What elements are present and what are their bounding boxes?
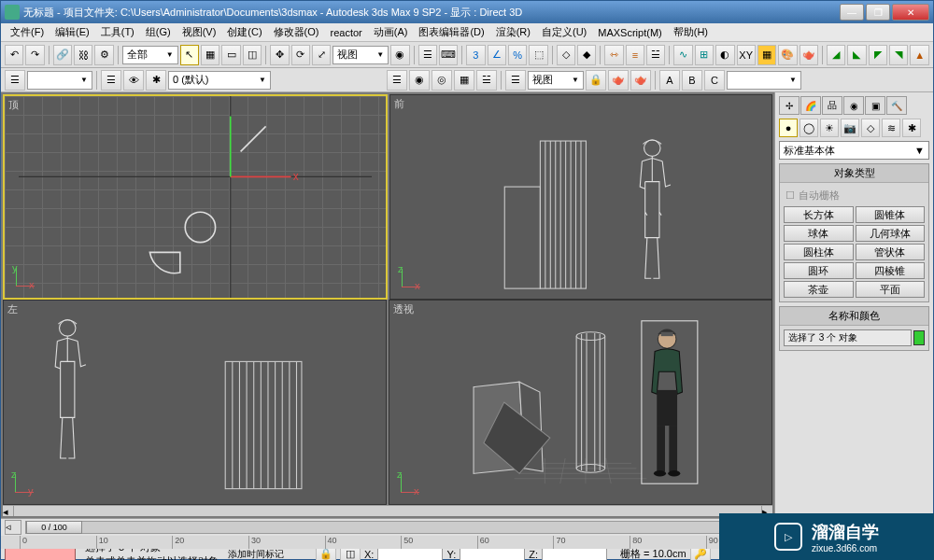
lights-icon[interactable]: ☀: [820, 119, 839, 137]
layer-manager-icon[interactable]: ☰: [5, 70, 25, 91]
preset-a-icon[interactable]: A: [659, 70, 680, 91]
cone-button[interactable]: 圆锥体: [856, 206, 926, 223]
menu-view[interactable]: 视图(V): [177, 23, 222, 41]
move-icon[interactable]: ✥: [270, 45, 289, 65]
preset-c-icon[interactable]: C: [704, 70, 725, 91]
ref-coord-system[interactable]: 视图▼: [333, 46, 389, 64]
tab-create-icon[interactable]: ✢: [779, 96, 800, 115]
layers-icon[interactable]: ☱: [646, 45, 665, 65]
viewport-left[interactable]: 左: [3, 300, 387, 505]
rect-region-icon[interactable]: ▭: [221, 45, 240, 65]
sel-lock-icon[interactable]: ◉: [409, 70, 430, 91]
named-sel-icon[interactable]: ◇: [557, 45, 575, 65]
minimize-button[interactable]: —: [840, 4, 864, 21]
lock-view-icon[interactable]: 🔒: [586, 70, 606, 91]
angle-snap-icon[interactable]: ∠: [488, 45, 506, 65]
freeze-icon[interactable]: ✱: [146, 70, 166, 91]
sel-float-icon[interactable]: ◎: [432, 70, 452, 91]
redo-icon[interactable]: ↷: [25, 45, 44, 65]
current-layer[interactable]: 0 (默认)▼: [168, 71, 271, 90]
render-dropdown-icon[interactable]: ☰: [505, 70, 526, 91]
tab-utilities-icon[interactable]: 🔨: [886, 96, 907, 115]
autogrid-checkbox[interactable]: ☐自动栅格: [784, 187, 925, 204]
menu-help[interactable]: 帮助(H): [668, 23, 714, 41]
curve-editor-icon[interactable]: ∿: [673, 45, 692, 65]
geometry-icon[interactable]: ●: [779, 119, 798, 137]
menu-customize[interactable]: 自定义(U): [536, 23, 592, 41]
menu-graph-editors[interactable]: 图表编辑器(D): [413, 23, 489, 41]
selection-filter[interactable]: 全部▼: [122, 46, 178, 64]
schematic-icon[interactable]: ⊞: [695, 45, 714, 65]
render-view-combo[interactable]: 视图▼: [528, 71, 584, 90]
layers-icon2[interactable]: ☱: [476, 70, 497, 91]
cameras-icon[interactable]: 📷: [841, 119, 859, 137]
menu-reactor[interactable]: reactor: [325, 25, 368, 40]
viewport-front[interactable]: 前: [389, 94, 772, 300]
viewport-perspective[interactable]: 透视: [389, 300, 772, 505]
preset-b-icon[interactable]: B: [682, 70, 702, 91]
select-name-icon[interactable]: ▦: [201, 45, 219, 65]
menu-render[interactable]: 渲染(R): [490, 23, 536, 41]
category-dropdown[interactable]: 标准基本体▼: [779, 141, 929, 160]
teapot2-icon[interactable]: 🫖: [630, 70, 651, 91]
object-name-input[interactable]: [784, 329, 912, 346]
systems-icon[interactable]: ✱: [902, 119, 921, 137]
sphere-button[interactable]: 球体: [784, 225, 854, 242]
tube-button[interactable]: 管状体: [856, 244, 926, 260]
render-icon[interactable]: 🎨: [778, 45, 797, 65]
scroll-left-icon[interactable]: ◂: [3, 506, 14, 516]
window-crossing-icon[interactable]: ◫: [243, 45, 262, 65]
box-button[interactable]: 长方体: [784, 206, 854, 223]
pyramid-button[interactable]: 四棱锥: [856, 262, 926, 279]
render-scene-icon[interactable]: ▦: [757, 45, 776, 65]
rollout-name-color[interactable]: 名称和颜色: [780, 307, 928, 326]
reactor4-icon[interactable]: ◥: [889, 45, 908, 65]
undo-icon[interactable]: ↶: [5, 45, 23, 65]
preset-combo[interactable]: ▼: [727, 71, 801, 90]
rotate-icon[interactable]: ⟳: [291, 45, 310, 65]
unlink-icon[interactable]: ⛓: [74, 45, 92, 65]
spinner-snap-icon[interactable]: ⬚: [529, 45, 547, 65]
menu-create[interactable]: 创建(C): [221, 23, 267, 41]
tab-motion-icon[interactable]: ◉: [843, 96, 864, 115]
reactor3-icon[interactable]: ◤: [869, 45, 887, 65]
reactor1-icon[interactable]: ◢: [827, 45, 845, 65]
tab-modify-icon[interactable]: 🌈: [800, 96, 821, 115]
menu-maxscript[interactable]: MAXScript(M): [592, 25, 667, 40]
torus-button[interactable]: 圆环: [784, 262, 854, 279]
quick-render-icon[interactable]: 🫖: [800, 45, 818, 65]
maximize-button[interactable]: ❐: [866, 4, 890, 21]
bind-icon[interactable]: ⚙: [94, 45, 113, 65]
add-time-tag[interactable]: 添加时间标记: [228, 548, 284, 561]
menu-file[interactable]: 文件(F): [5, 23, 50, 41]
iso-sel-icon[interactable]: ☰: [387, 70, 407, 91]
teapot-button[interactable]: 茶壶: [784, 281, 854, 298]
reactor2-icon[interactable]: ◣: [847, 45, 866, 65]
viewport-top[interactable]: 顶 x yx: [3, 94, 388, 300]
material-icon[interactable]: ◐: [715, 45, 734, 65]
link-icon[interactable]: 🔗: [53, 45, 72, 65]
shapes-icon[interactable]: ◯: [800, 119, 818, 137]
snap-toggle-icon[interactable]: 3: [466, 45, 485, 65]
pivot-icon[interactable]: ◉: [390, 45, 409, 65]
track-bar-icon[interactable]: ◃: [5, 520, 21, 535]
menu-tools[interactable]: 工具(T): [95, 23, 140, 41]
scale-icon[interactable]: ⤢: [312, 45, 331, 65]
geosphere-button[interactable]: 几何球体: [856, 225, 926, 242]
select-icon[interactable]: ↖: [180, 45, 199, 65]
eye-icon[interactable]: 👁: [123, 70, 144, 91]
menu-edit[interactable]: 编辑(E): [50, 23, 95, 41]
mirror-icon[interactable]: ⇿: [604, 45, 623, 65]
time-slider-thumb[interactable]: 0 / 100: [26, 521, 82, 534]
xy-icon[interactable]: XY: [737, 45, 756, 65]
align-icon[interactable]: ≡: [626, 45, 644, 65]
menu-animation[interactable]: 动画(A): [368, 23, 414, 41]
cylinder-button[interactable]: 圆柱体: [784, 244, 854, 260]
plane-button[interactable]: 平面: [856, 281, 926, 298]
tab-hierarchy-icon[interactable]: 品: [822, 96, 842, 115]
manipulate-icon[interactable]: ☰: [418, 45, 437, 65]
tab-display-icon[interactable]: ▣: [865, 96, 885, 115]
keyboard-icon[interactable]: ⌨: [439, 45, 458, 65]
menu-modifiers[interactable]: 修改器(O): [268, 23, 325, 41]
percent-snap-icon[interactable]: %: [508, 45, 527, 65]
